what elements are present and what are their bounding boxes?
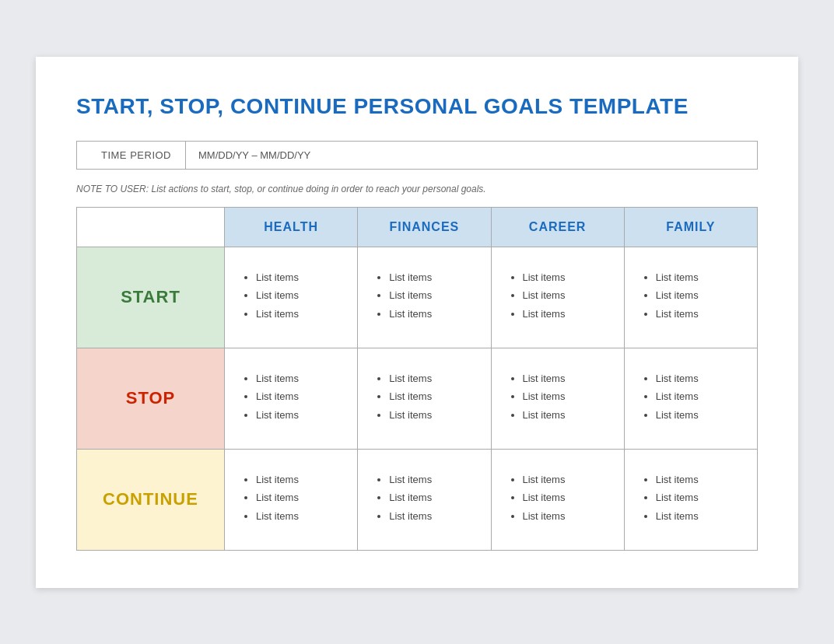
- list-item: List items: [656, 509, 741, 524]
- cell-stop-family[interactable]: List items List items List items: [624, 348, 757, 449]
- list-item: List items: [656, 270, 741, 285]
- cell-continue-health[interactable]: List items List items List items: [225, 449, 358, 550]
- list-item: List items: [389, 509, 475, 524]
- list-item: List items: [389, 371, 475, 387]
- page-title: START, STOP, CONTINUE PERSONAL GOALS TEM…: [76, 94, 758, 119]
- list-item: List items: [523, 472, 608, 488]
- list-item: List items: [523, 270, 608, 285]
- list-item: List items: [656, 389, 741, 404]
- list-item: List items: [523, 509, 608, 524]
- list-item: List items: [523, 389, 608, 404]
- list-item: List items: [256, 389, 342, 404]
- time-period-row: TIME PERIOD MM/DD/YY – MM/DD/YY: [76, 141, 758, 170]
- row-label-continue: CONTINUE: [77, 449, 225, 550]
- list-item: List items: [389, 408, 475, 423]
- header-finances: FINANCES: [358, 207, 491, 247]
- page: START, STOP, CONTINUE PERSONAL GOALS TEM…: [36, 57, 798, 588]
- list-item: List items: [523, 306, 608, 322]
- table-row-start: START List items List items List items L…: [77, 247, 758, 348]
- list-item: List items: [656, 288, 741, 303]
- note-text: NOTE TO USER: List actions to start, sto…: [76, 184, 758, 194]
- list-item: List items: [256, 288, 342, 303]
- list-item: List items: [256, 408, 342, 423]
- cell-continue-career[interactable]: List items List items List items: [491, 449, 624, 550]
- row-label-start: START: [77, 247, 225, 348]
- list-item: List items: [656, 371, 741, 387]
- time-period-value[interactable]: MM/DD/YY – MM/DD/YY: [186, 142, 757, 169]
- list-item: List items: [389, 270, 475, 285]
- table-row-stop: STOP List items List items List items Li…: [77, 348, 758, 449]
- row-label-stop: STOP: [77, 348, 225, 449]
- cell-continue-family[interactable]: List items List items List items: [624, 449, 757, 550]
- goals-table: HEALTH FINANCES CAREER FAMILY START List…: [76, 207, 758, 551]
- list-item: List items: [523, 288, 608, 303]
- list-item: List items: [389, 472, 475, 488]
- cell-stop-career[interactable]: List items List items List items: [491, 348, 624, 449]
- header-family: FAMILY: [624, 207, 757, 247]
- header-career: CAREER: [491, 207, 624, 247]
- list-item: List items: [256, 509, 342, 524]
- cell-start-health[interactable]: List items List items List items: [225, 247, 358, 348]
- cell-start-career[interactable]: List items List items List items: [491, 247, 624, 348]
- list-item: List items: [656, 490, 741, 506]
- list-item: List items: [256, 270, 342, 285]
- cell-start-family[interactable]: List items List items List items: [624, 247, 757, 348]
- list-item: List items: [389, 306, 475, 322]
- list-item: List items: [256, 371, 342, 387]
- list-item: List items: [656, 306, 741, 322]
- list-item: List items: [656, 472, 741, 488]
- table-row-continue: CONTINUE List items List items List item…: [77, 449, 758, 550]
- header-health: HEALTH: [225, 207, 358, 247]
- cell-start-finances[interactable]: List items List items List items: [358, 247, 491, 348]
- list-item: List items: [389, 389, 475, 404]
- time-period-label: TIME PERIOD: [77, 142, 186, 169]
- header-empty: [77, 207, 225, 247]
- list-item: List items: [523, 371, 608, 387]
- list-item: List items: [256, 472, 342, 488]
- list-item: List items: [389, 288, 475, 303]
- cell-stop-finances[interactable]: List items List items List items: [358, 348, 491, 449]
- cell-continue-finances[interactable]: List items List items List items: [358, 449, 491, 550]
- list-item: List items: [256, 306, 342, 322]
- list-item: List items: [523, 490, 608, 506]
- list-item: List items: [523, 408, 608, 423]
- list-item: List items: [389, 490, 475, 506]
- list-item: List items: [656, 408, 741, 423]
- cell-stop-health[interactable]: List items List items List items: [225, 348, 358, 449]
- list-item: List items: [256, 490, 342, 506]
